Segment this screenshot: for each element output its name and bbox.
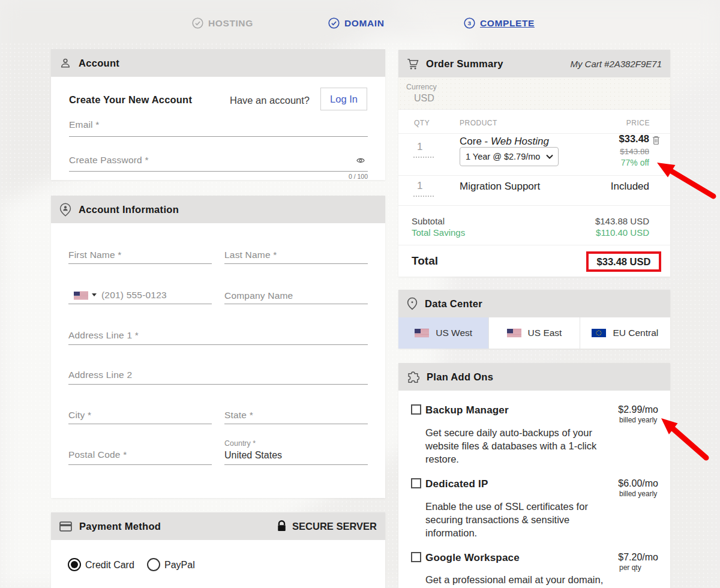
svg-text:3: 3 <box>468 20 472 26</box>
